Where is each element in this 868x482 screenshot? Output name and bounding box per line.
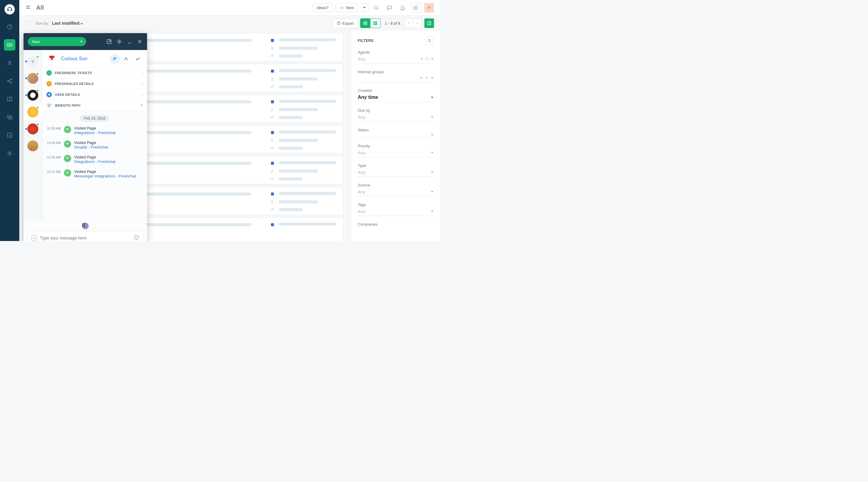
filter-label-tags: Tags xyxy=(358,202,433,207)
svg-rect-19 xyxy=(374,22,377,25)
filter-toggle-button[interactable] xyxy=(424,19,434,28)
search-icon[interactable] xyxy=(371,2,381,13)
minimize-icon[interactable] xyxy=(127,38,133,44)
svg-point-26 xyxy=(272,201,273,202)
conversation-item[interactable] xyxy=(24,137,42,154)
export-button[interactable]: Export xyxy=(333,19,358,28)
filter-label-agents: Agents xyxy=(358,50,433,55)
popout-icon[interactable] xyxy=(106,38,112,44)
timeline-event: 10:35 AM Visited PageShopify - Freshchat xyxy=(42,139,147,154)
chat-icon[interactable] xyxy=(384,2,395,13)
svg-point-22 xyxy=(272,78,273,79)
emoji-icon[interactable] xyxy=(133,234,140,241)
nav-reports[interactable] xyxy=(4,130,16,141)
svg-point-2 xyxy=(8,44,9,45)
typing-indicator: B xyxy=(27,223,144,229)
message-input[interactable] xyxy=(40,235,130,240)
svg-point-31 xyxy=(119,41,120,42)
filter-status[interactable] xyxy=(358,134,433,138)
assign-group-icon[interactable] xyxy=(110,54,120,64)
svg-point-7 xyxy=(11,79,12,80)
attach-icon[interactable]: + xyxy=(31,235,37,241)
resolve-icon[interactable] xyxy=(133,54,143,64)
freshconnect-icon[interactable] xyxy=(410,3,421,13)
svg-point-14 xyxy=(374,6,377,9)
page-title: All xyxy=(36,4,44,11)
svg-point-24 xyxy=(272,139,273,140)
svg-rect-35 xyxy=(49,94,50,95)
svg-point-25 xyxy=(272,170,273,171)
conversation-item[interactable] xyxy=(24,70,42,87)
nav-tickets[interactable] xyxy=(4,39,16,51)
nav-solutions[interactable] xyxy=(4,93,16,105)
svg-point-34 xyxy=(125,57,127,59)
filter-label-priority: Priority xyxy=(358,144,433,148)
conversation-list: V xyxy=(24,50,42,219)
svg-point-28 xyxy=(426,77,427,78)
ideas-button[interactable]: Ideas? xyxy=(313,3,333,12)
svg-rect-18 xyxy=(364,24,367,24)
conversation-item[interactable] xyxy=(24,121,42,137)
svg-point-8 xyxy=(11,82,12,84)
filter-agents[interactable]: Any xyxy=(358,56,433,64)
filter-source[interactable]: Any xyxy=(358,189,433,196)
new-button[interactable]: New xyxy=(336,3,358,12)
sort-dropdown[interactable]: Last modified xyxy=(52,21,83,26)
timeline-event: 10:35 AM Visited PageIntegrations - Fres… xyxy=(42,125,147,139)
close-icon[interactable] xyxy=(137,38,143,44)
svg-point-23 xyxy=(272,108,273,110)
accordion-freshsales[interactable]: FRESHSALES DETAILS› xyxy=(42,78,147,89)
conversation-main: Curious Sun FRESHDESK TICKETS› FRESHSALE… xyxy=(42,50,147,219)
svg-point-5 xyxy=(9,61,10,63)
contact-name[interactable]: Curious Sun xyxy=(61,56,87,61)
filters-title: FILTERS xyxy=(358,37,433,44)
prev-page-button[interactable] xyxy=(404,19,413,28)
pagination-text: 1 - 8 of 8 xyxy=(385,21,400,26)
nav-dashboard[interactable] xyxy=(4,21,16,33)
filter-label-internal-groups: Internal groups xyxy=(358,70,433,74)
settings-icon[interactable] xyxy=(116,38,122,44)
filter-created[interactable]: Any time xyxy=(358,95,433,102)
svg-point-29 xyxy=(428,77,428,78)
new-button-group: New xyxy=(333,3,368,12)
status-dropdown[interactable]: New xyxy=(28,37,86,46)
accordion-freshdesk[interactable]: FRESHDESK TICKETS› xyxy=(42,67,147,78)
user-avatar[interactable]: P xyxy=(424,3,434,13)
nav-forums[interactable] xyxy=(4,111,16,123)
filter-priority[interactable]: Any xyxy=(358,150,433,157)
svg-rect-13 xyxy=(340,7,343,9)
nav-contacts[interactable] xyxy=(4,57,16,69)
filter-label-created: Created xyxy=(358,88,433,93)
notifications-icon[interactable] xyxy=(397,2,408,13)
top-bar: All Ideas? New P xyxy=(19,0,440,16)
menu-toggle-icon[interactable] xyxy=(25,4,31,11)
select-all-checkbox[interactable] xyxy=(25,21,30,26)
message-composer: + Reply Private Note Send xyxy=(27,231,144,241)
conversation-item[interactable]: V xyxy=(24,53,42,70)
conversation-item[interactable] xyxy=(24,87,42,104)
contact-bar: Curious Sun xyxy=(42,50,147,67)
svg-point-39 xyxy=(137,237,138,237)
activity-icon xyxy=(64,126,71,133)
nav-social[interactable] xyxy=(4,75,16,87)
nav-admin[interactable] xyxy=(4,148,16,159)
next-page-button[interactable] xyxy=(413,19,421,28)
accordion-website[interactable]: WEBSITE PATH xyxy=(42,100,147,111)
chat-header: New xyxy=(24,33,147,50)
activity-icon xyxy=(64,169,71,176)
filter-label-companies: Companies xyxy=(358,222,433,227)
list-toolbar: Sort by : Last modified Export 1 - 8 of … xyxy=(19,16,440,31)
assign-agent-icon[interactable] xyxy=(121,54,131,64)
filter-search-icon[interactable] xyxy=(426,37,433,44)
new-dropdown-button[interactable] xyxy=(361,3,368,12)
accordion-user[interactable]: USER DETAILS› xyxy=(42,89,147,100)
filter-tags[interactable]: Any xyxy=(358,209,433,216)
table-view-button[interactable] xyxy=(370,19,381,28)
filter-dueby[interactable]: Any xyxy=(358,115,433,122)
card-view-button[interactable] xyxy=(360,19,370,28)
timeline-event: 10:35 AM Visited PageIntegrations - Fres… xyxy=(42,154,147,168)
conversation-item[interactable] xyxy=(24,104,42,121)
filter-label-type: Type xyxy=(358,163,433,168)
filter-type[interactable]: Any xyxy=(358,170,433,177)
filter-internal-groups[interactable] xyxy=(358,76,433,82)
